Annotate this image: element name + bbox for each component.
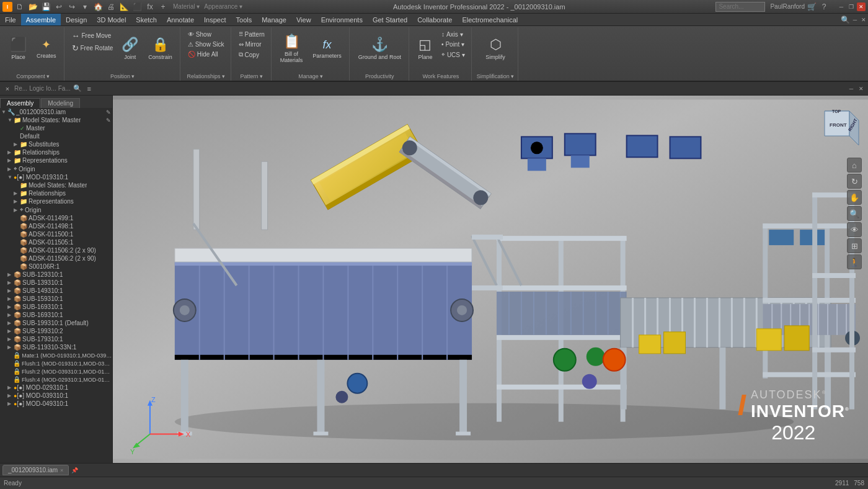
tree-sub199310-default[interactable]: ▶ 📦 SUB-199310:1 (Default) bbox=[0, 319, 112, 327]
ground-and-root-button[interactable]: ⚓ Ground and Root bbox=[355, 29, 405, 68]
panel-close[interactable]: ✕ bbox=[857, 84, 866, 93]
qa-new[interactable]: 🗋 bbox=[14, 1, 25, 12]
tree-mod019-rels[interactable]: ▶ 📁 Relationships bbox=[0, 189, 112, 197]
tree-flush1[interactable]: 🔒 Flush:1 (MOD-019310:1,MOD-039310:1 bbox=[0, 359, 112, 367]
menu-electromechanical[interactable]: Electromechanical bbox=[457, 14, 523, 25]
parameters-button[interactable]: fx Parameters bbox=[309, 29, 345, 68]
look-btn[interactable]: 👁 bbox=[847, 222, 862, 237]
file-tab-close[interactable]: × bbox=[60, 467, 63, 473]
tree-sub169310-a[interactable]: ▶ 📦 SUB-169310:1 bbox=[0, 303, 112, 311]
restore-btn[interactable]: ❐ bbox=[847, 2, 856, 11]
tree-s00106r[interactable]: 📦 S00106R:1 bbox=[0, 262, 112, 271]
title-search[interactable] bbox=[715, 2, 765, 12]
walk-btn[interactable]: 🚶 bbox=[847, 254, 862, 269]
browser-search-btn[interactable]: 🔍 bbox=[73, 84, 82, 94]
qa-extra[interactable]: + bbox=[157, 1, 169, 12]
menu-view[interactable]: View bbox=[291, 14, 316, 25]
tree-mod039310[interactable]: ▶ ● [●] MOD-039310:1 bbox=[0, 392, 112, 400]
qa-more[interactable]: ▾ bbox=[79, 1, 91, 12]
tree-adsk011498[interactable]: 📦 ADSK-011498:1 bbox=[0, 222, 112, 230]
plane-button[interactable]: ◱ Plane bbox=[414, 29, 436, 68]
viewport-3d[interactable]: Z X Y FRONT RIGHT bbox=[113, 96, 868, 463]
menu-manage[interactable]: Manage bbox=[257, 14, 291, 25]
tree-model-states[interactable]: ▼ 📁 Model States: Master ✎ bbox=[0, 116, 112, 124]
panel-minimize[interactable]: ─ bbox=[847, 84, 856, 93]
constrain-button[interactable]: 🔒 Constrain bbox=[144, 29, 176, 68]
tree-master[interactable]: ✓ Master bbox=[0, 124, 112, 132]
ribbon-search[interactable]: 🔍 bbox=[839, 14, 851, 25]
simplify-button[interactable]: ⬡ Simplify bbox=[482, 29, 509, 68]
show-sick-button[interactable]: ⚠ Show Sick bbox=[185, 40, 227, 49]
tree-adsk011499[interactable]: 📦 ADSK-011499:1 bbox=[0, 214, 112, 222]
browser-tab-modeling[interactable]: Modeling bbox=[41, 98, 80, 108]
menu-inspect[interactable]: Inspect bbox=[199, 14, 231, 25]
browser-menu-btn[interactable]: ≡ bbox=[84, 84, 94, 94]
free-move-button[interactable]: ↔ Free Move bbox=[69, 30, 116, 42]
place-button[interactable]: ⬛ Place bbox=[6, 29, 30, 68]
qa-undo[interactable]: ↩ bbox=[53, 1, 64, 12]
axis-button[interactable]: ↕ Axis ▾ bbox=[439, 30, 467, 39]
ribbon-minimize[interactable]: ─ bbox=[851, 16, 859, 24]
tree-adsk011506-b[interactable]: 📦 ADSK-011506:2 (2 x 90) bbox=[0, 254, 112, 262]
tree-flush4[interactable]: 🔒 Flush:4 (MOD-029310:1,MOD-019310:1 bbox=[0, 375, 112, 384]
menu-assemble[interactable]: Assemble bbox=[21, 14, 61, 25]
menu-tools[interactable]: Tools bbox=[231, 14, 257, 25]
menu-design[interactable]: Design bbox=[61, 14, 92, 25]
tree-sub159310[interactable]: ▶ 📦 SUB-159310:1 bbox=[0, 295, 112, 303]
ribbon-close2[interactable]: ✕ bbox=[859, 16, 868, 24]
user-name[interactable]: PaulRanford bbox=[770, 3, 805, 10]
tree-mod019-reps[interactable]: ▶ 📁 Representations bbox=[0, 197, 112, 205]
point-button[interactable]: • Point ▾ bbox=[439, 40, 467, 49]
tree-root[interactable]: ▼ 🔧 _0012009310.iam ✎ bbox=[0, 108, 112, 116]
tree-mod019-ms[interactable]: 📁 Model States: Master bbox=[0, 181, 112, 189]
pan-btn[interactable]: ✋ bbox=[847, 190, 862, 205]
qa-3d[interactable]: ⬛ bbox=[131, 1, 143, 12]
tree-flush2[interactable]: 🔒 Flush:2 (MOD-039310:1,MOD-019310:1 bbox=[0, 367, 112, 375]
browser-tab-re[interactable]: Re... bbox=[14, 85, 27, 92]
qa-open[interactable]: 📂 bbox=[27, 1, 38, 12]
qa-print[interactable]: 🖨 bbox=[105, 1, 117, 12]
copy-button[interactable]: ⧉ Copy bbox=[236, 50, 267, 60]
nav5-btn[interactable]: ⊞ bbox=[847, 238, 862, 253]
create-button[interactable]: ✦ Creates bbox=[33, 29, 60, 68]
menu-annotate[interactable]: Annotate bbox=[162, 14, 199, 25]
tree-relationships[interactable]: ▶ 📁 Relationships bbox=[0, 148, 112, 156]
ucs-button[interactable]: ⌖ UCS ▾ bbox=[439, 50, 467, 60]
zoom-btn[interactable]: 🔍 bbox=[847, 206, 862, 221]
menu-file[interactable]: File bbox=[0, 14, 21, 25]
tree-sub129310[interactable]: ▶ 📦 SUB-129310:1 bbox=[0, 271, 112, 279]
browser-close-btn[interactable]: × bbox=[2, 84, 12, 94]
browser-tab-logic[interactable]: Logic bbox=[29, 85, 44, 92]
tree-sub119310[interactable]: ▶ 📦 SUB-119310-33N:1 bbox=[0, 343, 112, 351]
menu-environments[interactable]: Environments bbox=[316, 14, 368, 25]
qa-save[interactable]: 💾 bbox=[40, 1, 51, 12]
qa-home[interactable]: 🏠 bbox=[92, 1, 104, 12]
tree-mod019310[interactable]: ▼ ● [●] MOD-019310:1 bbox=[0, 173, 112, 181]
tree-mate1[interactable]: 🔒 Mate:1 (MOD-019310:1,MOD-039310:1 bbox=[0, 351, 112, 359]
pattern-button[interactable]: ⠿ Pattern bbox=[236, 30, 267, 39]
tree-default[interactable]: Default bbox=[0, 132, 112, 140]
hide-all-button[interactable]: 🚫 Hide All bbox=[185, 50, 227, 59]
tree-mod019-origin[interactable]: ▶ ⌖ Origin bbox=[0, 205, 112, 214]
tree-mod049310[interactable]: ▶ ● [●] MOD-049310:1 bbox=[0, 400, 112, 408]
minimize-btn[interactable]: ─ bbox=[837, 2, 846, 11]
qa-fx[interactable]: fx bbox=[144, 1, 156, 12]
menu-collaborate[interactable]: Collaborate bbox=[412, 14, 457, 25]
joint-button[interactable]: 🔗 Joint bbox=[118, 29, 142, 68]
help-icon[interactable]: ? bbox=[818, 1, 830, 12]
bom-button[interactable]: 📋 Bill ofMaterials bbox=[277, 29, 307, 68]
tree-sub149310[interactable]: ▶ 📦 SUB-149310:1 bbox=[0, 287, 112, 295]
view-cube[interactable]: FRONT RIGHT TOP bbox=[812, 102, 862, 151]
tree-representations[interactable]: ▶ 📁 Representations bbox=[0, 156, 112, 164]
menu-getstarted[interactable]: Get Started bbox=[368, 14, 412, 25]
orbit-btn[interactable]: ↻ bbox=[847, 174, 862, 189]
browser-tab-fa[interactable]: Fa... bbox=[58, 85, 71, 92]
tree-sub199310-2[interactable]: ▶ 📦 SUB-199310:2 bbox=[0, 327, 112, 335]
tree-substitutes[interactable]: ▶ 📁 Substitutes bbox=[0, 140, 112, 148]
mirror-button[interactable]: ⇔ Mirror bbox=[236, 40, 267, 49]
tree-sub139310[interactable]: ▶ 📦 SUB-139310:1 bbox=[0, 279, 112, 287]
tree-adsk011500[interactable]: 📦 ADSK-011500:1 bbox=[0, 230, 112, 238]
tree-sub169310-b[interactable]: ▶ 📦 SUB-169310:1 bbox=[0, 311, 112, 319]
tree-sub179310[interactable]: ▶ 📦 SUB-179310:1 bbox=[0, 335, 112, 343]
tree-adsk011506-a[interactable]: 📦 ADSK-011506:2 (2 x 90) bbox=[0, 246, 112, 254]
